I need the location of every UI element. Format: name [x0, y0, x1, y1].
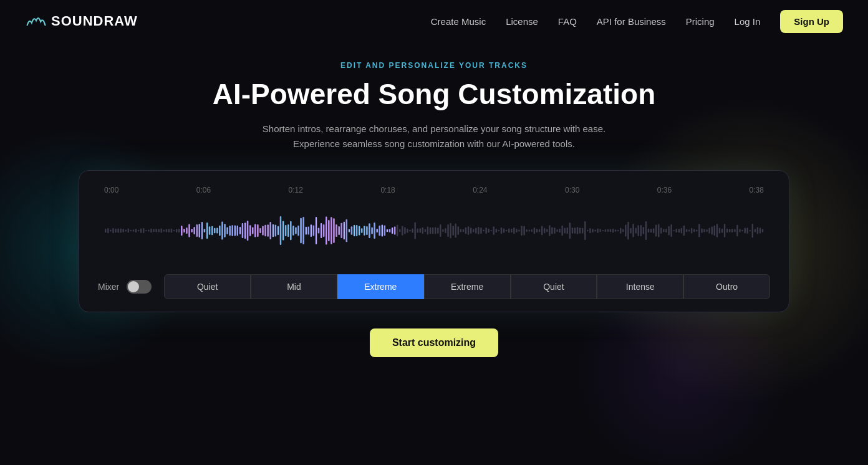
login-button[interactable]: Log In [735, 16, 761, 27]
nav-item-pricing[interactable]: Pricing [686, 16, 715, 27]
svg-rect-254 [746, 228, 748, 234]
svg-rect-157 [501, 227, 502, 233]
svg-rect-22 [234, 225, 235, 236]
svg-rect-106 [155, 229, 157, 232]
svg-rect-225 [673, 230, 675, 231]
svg-rect-153 [491, 230, 492, 231]
segment-outro[interactable]: Outro [683, 274, 770, 299]
svg-rect-56 [321, 223, 322, 237]
svg-rect-145 [470, 228, 471, 233]
svg-rect-126 [422, 227, 423, 233]
segment-extreme-2[interactable]: Extreme [424, 274, 511, 299]
svg-rect-155 [496, 229, 497, 232]
svg-rect-209 [632, 224, 634, 237]
svg-rect-136 [447, 224, 448, 237]
svg-rect-162 [513, 228, 514, 234]
waveform-display [98, 199, 770, 262]
svg-rect-124 [417, 228, 418, 232]
svg-rect-119 [404, 227, 405, 234]
svg-rect-158 [503, 228, 504, 232]
header: SOUNDRAW Create Music License FAQ API fo… [0, 0, 868, 42]
svg-rect-216 [650, 228, 652, 232]
svg-rect-260 [762, 229, 763, 232]
svg-rect-171 [536, 229, 538, 232]
svg-rect-67 [349, 229, 350, 232]
timeline-0: 0:00 [104, 186, 118, 194]
svg-rect-26 [244, 223, 246, 239]
svg-rect-72 [361, 228, 362, 233]
svg-rect-81 [384, 225, 385, 236]
svg-rect-129 [430, 227, 431, 233]
svg-rect-46 [295, 227, 296, 234]
waveform-svg [104, 199, 764, 262]
svg-rect-58 [326, 216, 327, 244]
svg-rect-18 [224, 224, 225, 237]
nav: Create Music License FAQ API for Busines… [431, 10, 843, 33]
svg-rect-87 [107, 228, 109, 233]
svg-rect-75 [369, 223, 370, 238]
svg-rect-113 [173, 229, 175, 231]
svg-rect-228 [681, 228, 682, 233]
svg-rect-193 [592, 228, 593, 232]
svg-rect-59 [328, 220, 329, 241]
svg-rect-42 [285, 225, 286, 236]
segment-extreme-active[interactable]: Extreme [337, 274, 424, 299]
svg-rect-199 [607, 229, 609, 231]
svg-rect-156 [498, 229, 499, 231]
svg-rect-33 [262, 226, 263, 235]
svg-rect-110 [166, 229, 167, 232]
svg-rect-132 [437, 228, 438, 234]
svg-rect-36 [269, 222, 271, 239]
svg-rect-175 [546, 229, 547, 232]
svg-rect-111 [168, 229, 170, 232]
svg-rect-240 [711, 226, 713, 234]
segment-intense[interactable]: Intense [597, 274, 683, 299]
nav-item-faq[interactable]: FAQ [558, 16, 577, 27]
mixer-label: Mixer [98, 282, 119, 292]
svg-rect-207 [627, 221, 629, 239]
svg-rect-6 [193, 227, 195, 234]
svg-rect-241 [714, 225, 715, 235]
hero-section: EDIT AND PERSONALIZE YOUR TRACKS AI-Powe… [0, 42, 868, 151]
svg-rect-234 [696, 229, 697, 231]
segment-mid[interactable]: Mid [251, 274, 337, 299]
svg-rect-237 [703, 229, 705, 232]
segment-quiet-2[interactable]: Quiet [511, 274, 597, 299]
svg-rect-194 [594, 229, 596, 231]
svg-rect-196 [599, 229, 600, 232]
svg-rect-78 [376, 229, 377, 232]
timeline-3: 0:18 [380, 186, 395, 194]
svg-rect-146 [473, 229, 474, 232]
timeline-1: 0:06 [196, 186, 211, 194]
svg-rect-181 [561, 225, 562, 236]
signup-button[interactable]: Sign Up [780, 10, 843, 33]
svg-rect-128 [427, 226, 428, 234]
svg-rect-133 [440, 224, 441, 237]
svg-rect-73 [364, 226, 365, 236]
svg-rect-1 [181, 226, 182, 236]
mixer-toggle[interactable] [127, 280, 152, 294]
svg-rect-102 [145, 229, 147, 231]
svg-rect-93 [122, 229, 123, 232]
logo[interactable]: SOUNDRAW [25, 12, 138, 30]
hero-title: AI-Powered Song Customization [0, 79, 868, 110]
nav-item-license[interactable]: License [506, 16, 538, 27]
svg-rect-255 [750, 229, 751, 231]
svg-rect-116 [397, 224, 398, 236]
nav-item-api[interactable]: API for Business [597, 16, 666, 27]
svg-rect-243 [719, 228, 720, 233]
svg-rect-186 [574, 228, 576, 234]
svg-rect-214 [645, 221, 647, 240]
segment-quiet-1[interactable]: Quiet [164, 274, 251, 299]
svg-rect-7 [196, 224, 197, 237]
svg-rect-224 [670, 224, 672, 237]
svg-rect-248 [731, 229, 733, 232]
svg-rect-127 [425, 229, 426, 232]
svg-rect-104 [150, 228, 152, 232]
nav-item-create-music[interactable]: Create Music [431, 16, 486, 27]
svg-rect-55 [318, 228, 319, 233]
svg-rect-68 [351, 226, 352, 235]
svg-rect-30 [254, 224, 256, 237]
cta-button[interactable]: Start customizing [370, 328, 498, 357]
svg-rect-200 [610, 229, 611, 232]
